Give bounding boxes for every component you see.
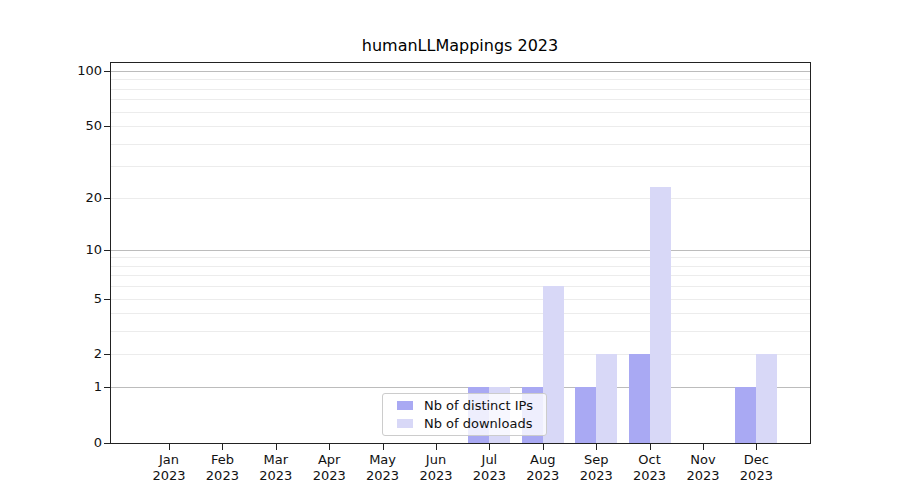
gridline-minor [111, 198, 810, 199]
gridline-minor [111, 166, 810, 167]
x-tick-label: Jan2023 [139, 452, 199, 484]
y-tick [104, 387, 110, 388]
x-tick [383, 444, 384, 450]
x-tick-label: Dec2023 [726, 452, 786, 484]
legend-label-distinct-ips: Nb of distinct IPs [424, 398, 533, 413]
bar-nb-of-distinct-ips-oct [629, 354, 650, 443]
x-tick-month: Feb [192, 452, 252, 468]
y-tick-label: 100 [30, 62, 102, 80]
x-tick-month: Mar [246, 452, 306, 468]
y-tick-label: 0 [30, 434, 102, 452]
x-tick-month: Jun [406, 452, 466, 468]
y-tick-label: 1 [30, 378, 102, 396]
y-tick-label: 5 [30, 290, 102, 308]
x-tick [489, 444, 490, 450]
x-tick-year: 2023 [726, 468, 786, 484]
x-tick-label: Mar2023 [246, 452, 306, 484]
plot-area [110, 62, 811, 444]
x-tick-label: May2023 [353, 452, 413, 484]
x-tick-year: 2023 [406, 468, 466, 484]
bar-nb-of-downloads-oct [650, 187, 671, 443]
gridline-minor [111, 299, 810, 300]
x-tick [329, 444, 330, 450]
bar-nb-of-distinct-ips-sep [575, 387, 596, 443]
x-tick [169, 444, 170, 450]
gridline-minor [111, 266, 810, 267]
x-tick [703, 444, 704, 450]
y-tick-label: 50 [30, 117, 102, 135]
x-tick-year: 2023 [299, 468, 359, 484]
x-tick-month: Dec [726, 452, 786, 468]
x-tick-month: Jan [139, 452, 199, 468]
x-tick-label: Oct2023 [620, 452, 680, 484]
figure: humanLLMappings 2023 Nb of distinct IPs … [0, 0, 900, 500]
x-tick-year: 2023 [246, 468, 306, 484]
chart-title: humanLLMappings 2023 [110, 36, 810, 55]
legend-swatch-downloads [397, 419, 413, 428]
gridline-minor [111, 331, 810, 332]
x-tick [596, 444, 597, 450]
bar-nb-of-downloads-sep [596, 354, 617, 443]
x-tick-month: Sep [566, 452, 626, 468]
gridline-minor [111, 144, 810, 145]
gridline-minor [111, 112, 810, 113]
gridline-minor [111, 313, 810, 314]
x-tick-month: Apr [299, 452, 359, 468]
x-tick-month: Jul [459, 452, 519, 468]
x-tick-month: Oct [620, 452, 680, 468]
gridline-minor [111, 89, 810, 90]
x-tick-year: 2023 [673, 468, 733, 484]
legend-item-distinct-ips: Nb of distinct IPs [397, 398, 538, 413]
x-tick-year: 2023 [192, 468, 252, 484]
x-tick-month: Aug [513, 452, 573, 468]
x-tick-label: Aug2023 [513, 452, 573, 484]
gridline-minor [111, 286, 810, 287]
y-tick [104, 71, 110, 72]
y-tick [104, 126, 110, 127]
gridline-major [111, 250, 810, 251]
x-tick-label: Apr2023 [299, 452, 359, 484]
y-tick [104, 299, 110, 300]
x-tick [650, 444, 651, 450]
x-tick [436, 444, 437, 450]
gridline-minor [111, 126, 810, 127]
legend-item-downloads: Nb of downloads [397, 416, 538, 431]
x-tick-year: 2023 [566, 468, 626, 484]
legend: Nb of distinct IPs Nb of downloads [382, 393, 547, 436]
bar-nb-of-downloads-dec [756, 354, 777, 443]
gridline-minor [111, 79, 810, 80]
x-tick-label: Sep2023 [566, 452, 626, 484]
x-tick-month: May [353, 452, 413, 468]
y-tick-label: 2 [30, 345, 102, 363]
y-tick [104, 443, 110, 444]
x-tick-label: Jul2023 [459, 452, 519, 484]
y-tick-label: 10 [30, 241, 102, 259]
x-tick-month: Nov [673, 452, 733, 468]
x-tick-year: 2023 [459, 468, 519, 484]
gridline-minor [111, 99, 810, 100]
x-tick-label: Jun2023 [406, 452, 466, 484]
y-tick [104, 250, 110, 251]
x-tick [543, 444, 544, 450]
legend-label-downloads: Nb of downloads [424, 416, 532, 431]
gridline-major [111, 387, 810, 388]
gridline-minor [111, 354, 810, 355]
bar-nb-of-distinct-ips-dec [735, 387, 756, 443]
x-tick [276, 444, 277, 450]
x-tick-year: 2023 [353, 468, 413, 484]
x-tick-year: 2023 [513, 468, 573, 484]
y-tick-label: 20 [30, 189, 102, 207]
y-tick [104, 354, 110, 355]
gridline-major [111, 71, 810, 72]
x-tick-year: 2023 [139, 468, 199, 484]
x-tick [756, 444, 757, 450]
x-tick-year: 2023 [620, 468, 680, 484]
y-tick [104, 198, 110, 199]
x-tick-label: Nov2023 [673, 452, 733, 484]
x-tick [222, 444, 223, 450]
x-tick-label: Feb2023 [192, 452, 252, 484]
legend-swatch-distinct-ips [397, 401, 413, 410]
gridline-minor [111, 275, 810, 276]
gridline-minor [111, 257, 810, 258]
